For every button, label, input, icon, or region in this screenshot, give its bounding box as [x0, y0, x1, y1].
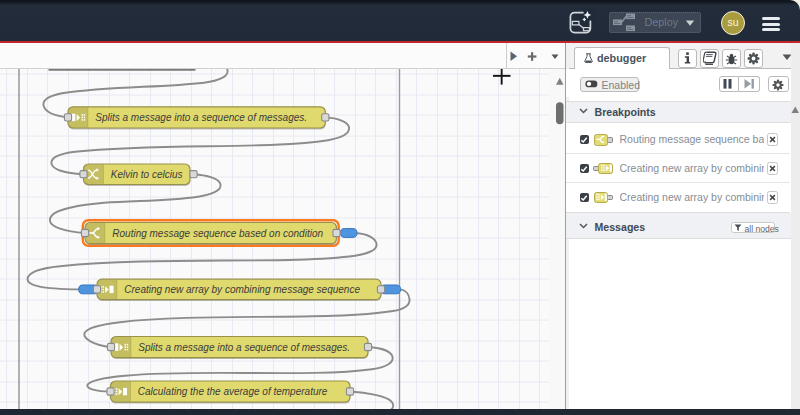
svg-text:Creating new array by combinin: Creating new array by combining message …	[124, 284, 360, 295]
svg-text:Calculating the the average of: Calculating the the average of temperatu…	[138, 386, 328, 397]
svg-text:Splits a message into a sequen: Splits a message into a sequence of mess…	[95, 112, 307, 123]
svg-text:Routing message sequence based: Routing message sequence based on condit…	[112, 227, 323, 238]
svg-text:Kelvin to celcius: Kelvin to celcius	[111, 169, 183, 180]
svg-text:Splits a message into a sequen: Splits a message into a sequence of mess…	[138, 341, 350, 352]
